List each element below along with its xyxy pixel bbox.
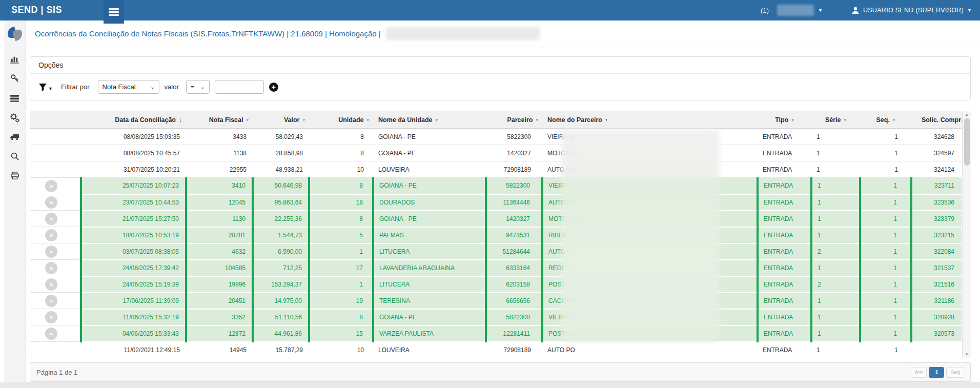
cell-valor: 51.110,56 [253,309,309,325]
col-header-tipo[interactable]: Tipo▾ [758,111,811,129]
cell-solic: 324628 [911,129,962,145]
filter-value-input[interactable] [215,80,264,94]
row-expand-button[interactable]: » [45,328,57,340]
col-header-seq[interactable]: Seq.▾ [860,111,911,129]
cell-seq: 1 [860,194,911,211]
row-actions-cell: » [30,325,81,342]
vertical-scrollbar[interactable]: ▲ ▼ [962,111,971,358]
cell-nome-unidade: GOIANA - PE [373,211,486,227]
cell-valor: 712,25 [253,260,309,276]
cell-unidade: 10 [309,161,373,178]
chevron-down-icon[interactable]: ▼ [818,8,823,13]
search-icon[interactable] [6,147,24,166]
current-page-button[interactable]: 1 [929,367,944,378]
sort-caret-icon: ▾ [246,117,249,122]
cell-serie: 1 [811,145,860,161]
row-expand-button[interactable]: » [45,278,57,291]
cell-tipo: ENTRADA [758,161,811,178]
col-header-unidade[interactable]: Unidade▾ [309,111,373,129]
cell-valor: 44.961,86 [253,325,309,342]
cell-seq: 1 [860,145,911,161]
main-content: Ocorrências da Conciliação de Notas FIsc… [26,21,980,388]
table-row: »24/06/2025 17:39:42104585712,2517LAVAND… [30,260,962,276]
row-expand-button[interactable]: » [45,246,57,258]
col-header-parceiro[interactable]: Parceiro▾ [486,111,542,129]
add-filter-button[interactable]: + [269,83,278,92]
bar-chart-icon[interactable] [6,49,24,69]
hamburger-menu-button[interactable] [104,0,124,24]
options-panel: Opções ▼ Filtrar por Nota Fiscal ⌄ valor… [30,56,971,100]
cell-data: 03/07/2025 08:38:05 [81,243,186,260]
row-expand-button[interactable]: » [45,295,57,307]
table-row: »18/07/2025 10:53:19287811.544,735PALMAS… [30,227,962,243]
row-expand-button[interactable]: » [45,229,57,241]
col-header-data-da-conciliacao[interactable]: Data da Conciliação↓ [81,111,186,129]
results-grid: Data da Conciliação↓Nota Fiscal▾Valor▾Un… [30,111,971,358]
sort-caret-icon: ▾ [893,117,895,122]
cell-nota: 1130 [186,211,253,227]
cell-unidade: 10 [309,342,373,358]
row-expand-button[interactable]: » [45,311,57,323]
cell-unidade: 5 [309,227,373,243]
next-page-button[interactable]: Seg [946,367,964,378]
col-header-label: Nome da Unidade [378,116,433,124]
col-header-solic-compra[interactable]: Solic. Compra [911,111,962,129]
cell-nota: 3352 [186,309,253,325]
cell-tipo: ENTRADA [758,194,811,211]
server-icon[interactable] [6,88,24,108]
cell-data: 17/06/2025 11:39:09 [81,293,186,309]
cell-unidade: 8 [309,178,373,194]
scroll-down-icon[interactable]: ▼ [965,351,969,358]
col-header-serie[interactable]: Série▾ [811,111,860,129]
cell-nome-parceiro: VIEIRA & [542,309,758,325]
cell-serie: 1 [811,260,860,276]
table-row: »23/07/2025 10:44:531204595.863,6418DOUR… [30,194,962,211]
page-bottom-strip [0,382,980,388]
cell-unidade: 1 [309,276,373,293]
row-expand-button[interactable]: » [45,180,57,192]
cell-nota: 3410 [186,178,253,194]
cell-data: 18/07/2025 10:53:19 [81,227,186,243]
sort-caret-icon: ▾ [791,117,794,122]
row-actions-cell: » [30,276,81,293]
table-row: »11/06/2025 15:32:19335251.110,568GOIANA… [30,309,962,325]
cell-nome-parceiro: VIEIRA & [542,129,758,145]
col-header-valor[interactable]: Valor▾ [253,111,309,129]
filter-funnel-button[interactable]: ▼ [38,83,53,91]
row-expand-button[interactable]: » [45,196,57,209]
cell-valor: 22.255,36 [253,211,309,227]
gears-icon[interactable] [6,108,24,127]
row-expand-button[interactable]: » [45,262,57,274]
cell-solic: 322084 [911,243,962,260]
row-actions-cell [30,342,81,358]
col-header-nome-do-parceiro[interactable]: Nome do Parceiro▾ [542,111,758,129]
context-select-redacted[interactable] [777,5,814,16]
scrollbar-thumb[interactable] [964,118,970,166]
table-row: 11/02/2021 12:49:151494515.787,2910LOUVE… [30,342,962,358]
cell-valor: 14.975,00 [253,293,309,309]
cell-solic: 320928 [911,309,962,325]
cell-data: 08/08/2025 15:03:35 [81,129,186,145]
col-header-nome-da-unidade[interactable]: Nome da Unidade▾ [373,111,486,129]
filter-field-select[interactable]: Nota Fiscal ⌄ [98,80,159,94]
user-menu[interactable]: USUARIO SEND (SUPERVISOR) ▼ [851,6,972,14]
cell-nome-parceiro: VIEIRA & [542,178,758,194]
row-actions-cell: » [30,211,81,227]
prev-page-button[interactable]: Ant [911,367,927,378]
print-icon[interactable] [6,166,24,186]
operator-select[interactable]: = ⌄ [186,80,210,94]
sort-caret-icon: ▾ [366,117,369,122]
cell-nome-parceiro: AUTO PO [542,243,758,260]
row-expand-button[interactable]: » [45,213,57,225]
col-header-label: Nome do Parceiro [547,116,602,124]
truck-icon[interactable] [6,127,24,147]
cell-serie: 1 [811,211,860,227]
cell-nota: 3433 [186,129,253,145]
cell-unidade: 18 [309,194,373,211]
sort-caret-icon: ▾ [844,117,847,122]
cell-parceiro: 6333164 [486,260,542,276]
scroll-up-icon[interactable]: ▲ [965,111,969,118]
key-icon[interactable] [6,69,24,88]
cell-parceiro: 72908189 [486,161,542,178]
col-header-nota-fiscal[interactable]: Nota Fiscal▾ [186,111,253,129]
